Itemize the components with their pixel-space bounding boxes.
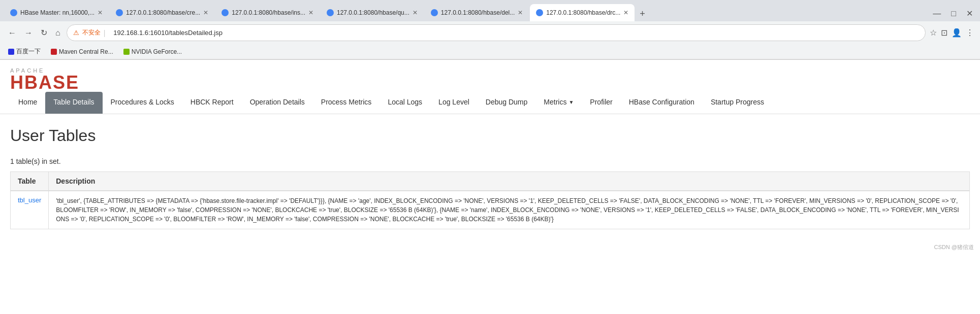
tab-title-2: 127.0.0.1:8080/hbase/cre... bbox=[126, 9, 200, 16]
close-icon[interactable]: ✕ bbox=[963, 8, 976, 19]
forward-button[interactable]: → bbox=[22, 27, 35, 39]
table-row: tbl_user 'tbl_user', {TABLE_ATTRIBUTES =… bbox=[11, 191, 970, 229]
security-warning-text: 不安全 bbox=[82, 28, 101, 37]
home-nav-button[interactable]: ⌂ bbox=[53, 27, 62, 39]
nav-operation-details[interactable]: Operation Details bbox=[242, 92, 313, 114]
nvidia-favicon bbox=[123, 49, 130, 55]
tab-favicon-3 bbox=[222, 9, 229, 16]
menu-icon[interactable]: ⋮ bbox=[966, 28, 974, 38]
tab-title-4: 127.0.0.1:8080/hbase/qu... bbox=[337, 9, 409, 16]
nav-metrics-label: Metrics bbox=[544, 98, 566, 106]
nav-log-level[interactable]: Log Level bbox=[430, 92, 478, 114]
nav-procedures-locks[interactable]: Procedures & Locks bbox=[103, 92, 182, 114]
table-description-text: 'tbl_user', {TABLE_ATTRIBUTES => {METADA… bbox=[56, 197, 959, 223]
nav-hbck-report[interactable]: HBCK Report bbox=[182, 92, 242, 114]
nav-startup-progress[interactable]: Startup Progress bbox=[703, 92, 772, 114]
table-description-cell: 'tbl_user', {TABLE_ATTRIBUTES => {METADA… bbox=[49, 191, 970, 229]
hbase-header: APACHE HBASE bbox=[0, 60, 980, 92]
tab-close-1[interactable]: ✕ bbox=[98, 9, 103, 16]
tab-close-5[interactable]: ✕ bbox=[518, 9, 523, 16]
tab-title-5: 127.0.0.1:8080/hbase/del... bbox=[441, 9, 515, 16]
tab-title-6: 127.0.0.1:8080/hbase/drc... bbox=[546, 9, 620, 16]
tab-close-3[interactable]: ✕ bbox=[308, 9, 313, 16]
sidebar-toggle-icon[interactable]: ⊡ bbox=[941, 28, 947, 38]
tab-close-2[interactable]: ✕ bbox=[203, 9, 208, 16]
logo-apache-text: APACHE bbox=[10, 68, 970, 74]
browser-tab-5[interactable]: 127.0.0.1:8080/hbase/del... ✕ bbox=[425, 4, 529, 21]
refresh-button[interactable]: ↻ bbox=[39, 27, 49, 39]
nav-table-details[interactable]: Table Details bbox=[45, 92, 102, 114]
security-warning-icon: ⚠ bbox=[73, 29, 79, 37]
browser-tab-4[interactable]: 127.0.0.1:8080/hbase/qu... ✕ bbox=[321, 4, 424, 21]
window-controls: — □ ✕ bbox=[930, 8, 976, 21]
table-name-cell: tbl_user bbox=[11, 191, 49, 229]
main-content: User Tables 1 table(s) in set. Table Des… bbox=[0, 114, 980, 241]
nav-hbase-configuration[interactable]: HBase Configuration bbox=[621, 92, 703, 114]
back-button[interactable]: ← bbox=[6, 27, 18, 39]
maximize-icon[interactable]: □ bbox=[948, 8, 959, 19]
browser-chrome: HBase Master: nn,16000,... ✕ 127.0.0.1:8… bbox=[0, 0, 980, 60]
bookmark-maven-label: Maven Central Re... bbox=[59, 48, 113, 55]
nav-profiler[interactable]: Profiler bbox=[582, 92, 620, 114]
table-header-row: Table Description bbox=[11, 172, 970, 191]
tab-close-4[interactable]: ✕ bbox=[413, 9, 418, 16]
tab-bar: HBase Master: nn,16000,... ✕ 127.0.0.1:8… bbox=[0, 0, 980, 21]
nav-process-metrics[interactable]: Process Metrics bbox=[313, 92, 380, 114]
nav-local-logs[interactable]: Local Logs bbox=[380, 92, 430, 114]
tab-title-3: 127.0.0.1:8080/hbase/ins... bbox=[232, 9, 305, 16]
new-tab-button[interactable]: + bbox=[636, 7, 649, 21]
nav-home[interactable]: Home bbox=[10, 92, 45, 114]
maven-favicon bbox=[51, 49, 57, 55]
bookmark-star-icon[interactable]: ☆ bbox=[930, 28, 937, 38]
nav-metrics[interactable]: Metrics ▼ bbox=[535, 92, 582, 114]
metrics-dropdown-arrow: ▼ bbox=[568, 99, 574, 105]
tab-title-1: HBase Master: nn,16000,... bbox=[20, 9, 94, 16]
tab-favicon-4 bbox=[327, 9, 334, 16]
tab-favicon-6 bbox=[536, 9, 543, 16]
address-input[interactable] bbox=[108, 27, 919, 39]
browser-tab-3[interactable]: 127.0.0.1:8080/hbase/ins... ✕ bbox=[215, 4, 320, 21]
address-actions: ☆ ⊡ 👤 ⋮ bbox=[930, 28, 974, 38]
col-header-description: Description bbox=[49, 172, 970, 191]
tab-favicon-5 bbox=[431, 9, 438, 16]
tab-close-6[interactable]: ✕ bbox=[623, 9, 628, 16]
bookmark-nvidia[interactable]: NVIDIA GeForce... bbox=[121, 47, 184, 56]
minimize-icon[interactable]: — bbox=[930, 8, 944, 19]
browser-tab-1[interactable]: HBase Master: nn,16000,... ✕ bbox=[4, 4, 109, 21]
navbar: Home Table Details Procedures & Locks HB… bbox=[0, 92, 980, 114]
address-bar: ← → ↻ ⌂ ⚠ 不安全 | ☆ ⊡ 👤 ⋮ bbox=[0, 21, 980, 44]
table-name-link[interactable]: tbl_user bbox=[18, 196, 41, 204]
page-content: APACHE HBASE Home Table Details Procedur… bbox=[0, 60, 980, 253]
tab-favicon-1 bbox=[10, 9, 17, 16]
browser-tab-2[interactable]: 127.0.0.1:8080/hbase/cre... ✕ bbox=[110, 4, 214, 21]
url-separator: | bbox=[104, 29, 106, 37]
logo-hbase-text: HBASE bbox=[10, 74, 970, 92]
tab-favicon-2 bbox=[116, 9, 123, 16]
col-header-table: Table bbox=[11, 172, 49, 191]
baidu-favicon bbox=[8, 49, 14, 55]
table-summary: 1 table(s) in set. bbox=[10, 157, 970, 165]
page-footer: CSDN @猪倌道 bbox=[0, 241, 980, 253]
footer-watermark: CSDN @猪倌道 bbox=[934, 244, 974, 250]
bookmark-nvidia-label: NVIDIA GeForce... bbox=[132, 48, 182, 55]
bookmarks-bar: 百度一下 Maven Central Re... NVIDIA GeForce.… bbox=[0, 44, 980, 59]
browser-tab-6[interactable]: 127.0.0.1:8080/hbase/drc... ✕ bbox=[530, 4, 635, 21]
user-tables-table: Table Description tbl_user 'tbl_user', {… bbox=[10, 171, 970, 229]
profile-icon[interactable]: 👤 bbox=[952, 28, 962, 38]
bookmark-baidu[interactable]: 百度一下 bbox=[6, 46, 43, 57]
hbase-logo: APACHE HBASE bbox=[10, 68, 970, 92]
bookmark-maven[interactable]: Maven Central Re... bbox=[49, 47, 115, 56]
bookmark-baidu-label: 百度一下 bbox=[16, 47, 41, 56]
nav-debug-dump[interactable]: Debug Dump bbox=[478, 92, 536, 114]
page-title: User Tables bbox=[10, 126, 970, 145]
